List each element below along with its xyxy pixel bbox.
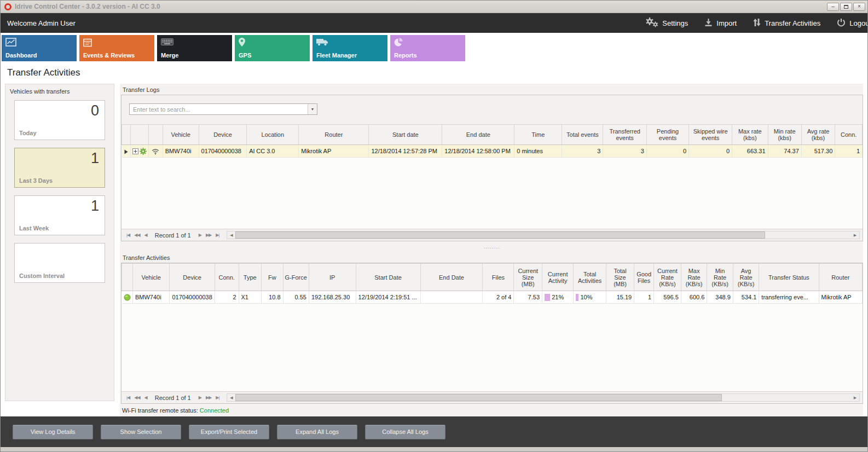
column-header[interactable] [148,125,163,145]
next-page-button[interactable]: ▶ [196,395,204,400]
column-header[interactable]: Time [514,125,562,145]
table-row[interactable]: BMW740i017040000038Al CC 3.0Mikrotik AP1… [122,145,863,158]
column-header[interactable]: Fw [261,264,283,291]
export-print-selected-button[interactable]: Export/Print Selected [189,425,269,439]
tab-dashboard[interactable]: Dashboard [2,35,77,61]
minimize-icon[interactable]: – [827,3,839,11]
column-header[interactable] [122,125,131,145]
tab-events-reviews[interactable]: Events & Reviews [79,35,154,61]
column-header[interactable]: Total events [562,125,603,145]
column-header[interactable]: Avg rate (kbs) [801,125,835,145]
chevron-down-icon[interactable]: ▼ [308,104,317,114]
cell: 0.55 [283,291,309,304]
tile-label: Events & Reviews [83,52,135,59]
scroll-right-icon[interactable]: ▶ [851,231,859,239]
column-header[interactable]: Min Rate (KB/s) [707,264,733,291]
column-header[interactable] [130,125,148,145]
column-header[interactable]: Max Rate (KB/s) [681,264,707,291]
tab-merge[interactable]: Merge [157,35,232,61]
column-header[interactable]: Start date [369,125,442,145]
row-expander-icon[interactable] [124,149,128,154]
column-header[interactable]: Conn. [835,125,863,145]
last-page-button[interactable]: ▶| [213,233,221,237]
fast-next-button[interactable]: ▶▶ [204,233,213,237]
last-page-button[interactable]: ▶| [213,395,221,400]
tab-fleet-manager[interactable]: Fleet Manager [313,35,387,61]
horizontal-scrollbar[interactable]: ◀ ▶ [227,393,860,402]
column-header[interactable]: Min rate (kbs) [768,125,801,145]
scroll-right-icon[interactable]: ▶ [851,394,859,401]
first-page-button[interactable]: |◀ [124,395,132,400]
column-header[interactable]: Current Size (MB) [514,264,542,291]
column-header[interactable]: Type [239,264,261,291]
expand-plus-icon[interactable] [132,148,138,154]
column-header[interactable]: Conn. [215,264,239,291]
column-header[interactable]: Start Date [356,264,420,291]
next-page-button[interactable]: ▶ [196,233,204,237]
search-combo[interactable]: ▼ [129,103,317,115]
import-button[interactable]: Import [704,18,737,28]
scrollbar-track[interactable] [235,394,851,401]
column-header[interactable]: Device [170,264,215,291]
column-header[interactable]: Location [247,125,299,145]
cell: 12/18/2014 12:57:28 PM [369,145,442,158]
column-header[interactable]: Transferred events [603,125,647,145]
column-header[interactable]: Transfer Status [759,264,819,291]
prev-page-button[interactable]: ◀ [142,395,149,400]
view-log-details-button[interactable]: View Log Details [13,425,93,439]
column-header[interactable]: Router [819,264,862,291]
column-header[interactable] [122,264,133,291]
column-header[interactable]: Pending events [646,125,688,145]
expand-all-logs-button[interactable]: Expand All Logs [277,425,357,439]
column-header[interactable]: End Date [420,264,483,291]
first-page-button[interactable]: |◀ [124,233,132,237]
prev-page-button[interactable]: ◀ [142,233,149,237]
column-header[interactable]: IP [309,264,356,291]
scroll-left-icon[interactable]: ◀ [227,231,235,239]
column-header[interactable]: End date [442,125,514,145]
column-header[interactable]: Vehicle [163,125,199,145]
cell: 3 [603,145,647,158]
column-header[interactable]: Current Rate (KB/s) [654,264,681,291]
settings-button[interactable]: Settings [645,17,688,29]
column-header[interactable]: Max rate (kbs) [732,125,768,145]
column-header[interactable]: Avg Rate (KB/s) [733,264,759,291]
column-header[interactable]: Skipped wire events [689,125,732,145]
cell: 10.8 [261,291,283,304]
column-header[interactable]: Router [299,125,369,145]
search-input[interactable] [130,104,308,114]
fleet-icon [316,38,328,48]
filter-card-last-week[interactable]: 1 Last Week [14,195,105,235]
fast-prev-button[interactable]: ◀◀ [132,233,142,237]
filter-card-custom-interval[interactable]: Custom Interval [14,243,105,283]
column-header[interactable]: Files [483,264,514,291]
scrollbar-thumb[interactable] [235,394,721,401]
show-selection-button[interactable]: Show Selection [101,425,181,439]
filter-card-last-3-days[interactable]: 1 Last 3 Days [14,148,105,188]
fast-prev-button[interactable]: ◀◀ [132,395,142,400]
column-header[interactable]: Current Activity [542,264,574,291]
scroll-left-icon[interactable]: ◀ [227,394,235,401]
column-header[interactable]: Total Activities [574,264,606,291]
fast-next-button[interactable]: ▶▶ [204,395,213,400]
tab-gps[interactable]: GPS [235,35,310,61]
column-header[interactable]: Total Size (MB) [606,264,634,291]
sidebar-title: Vehicles with transfers [5,84,114,96]
horizontal-scrollbar[interactable]: ◀ ▶ [227,231,860,239]
transfer-activities-title: Transfer Activities [121,252,863,263]
collapse-all-logs-button[interactable]: Collapse All Logs [365,425,445,439]
logout-button[interactable]: Logout [837,18,867,28]
close-icon[interactable]: × [853,3,865,11]
transfer-activities-button[interactable]: Transfer Activities [753,18,820,28]
column-header[interactable]: Vehicle [132,264,169,291]
splitter-handle[interactable]: ........ [484,245,500,248]
table-row[interactable]: BMW740i0170400000382X110.80.55192.168.25… [122,291,863,304]
filter-card-today[interactable]: 0 Today [14,100,105,140]
column-header[interactable]: Device [199,125,247,145]
column-header[interactable]: Good Files [634,264,654,291]
column-header[interactable]: G-Force [283,264,309,291]
maximize-icon[interactable] [840,3,852,11]
tab-reports[interactable]: Reports [390,35,465,61]
scrollbar-thumb[interactable] [235,231,765,239]
scrollbar-track[interactable] [235,231,851,239]
